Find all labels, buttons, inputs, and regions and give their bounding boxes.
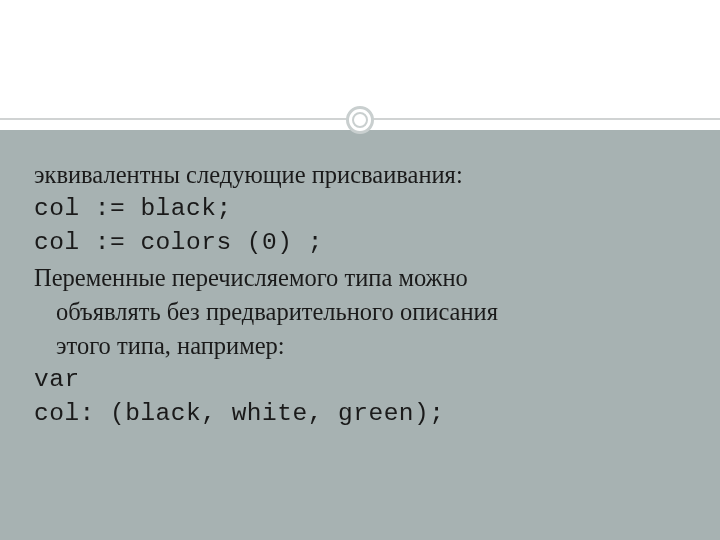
para2-cont1: объявлять без предварительного описания xyxy=(34,295,686,329)
slide: эквивалентны следующие присваивания: col… xyxy=(0,0,720,540)
slide-body: эквивалентны следующие присваивания: col… xyxy=(0,130,720,430)
circle-ornament-icon xyxy=(346,106,374,134)
code-line-4: col: (black, white, green); xyxy=(34,397,686,431)
code-line-1: col := black; xyxy=(34,192,686,226)
code-line-2: col := colors (0) ; xyxy=(34,226,686,260)
para2-line1: Переменные перечисляемого типа можно xyxy=(34,264,468,291)
para2-cont2: этого типа, например: xyxy=(34,329,686,363)
text-para-2: Переменные перечисляемого типа можно xyxy=(34,261,686,295)
code-line-3: var xyxy=(34,363,686,397)
text-line-1: эквивалентны следующие присваивания: xyxy=(34,158,686,192)
